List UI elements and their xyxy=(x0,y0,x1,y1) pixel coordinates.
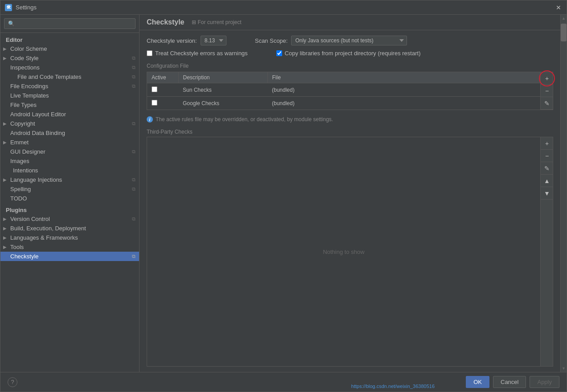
panel-body: Checkstyle version: 8.13 8.12 8.11 Scan … xyxy=(140,30,560,372)
panel-title: Checkstyle xyxy=(147,18,185,26)
right-scrollbar: ▲ ▼ xyxy=(560,15,567,372)
arrow-icon: ▶ xyxy=(3,140,8,145)
remove-button[interactable]: − xyxy=(541,85,553,97)
sidebar-item-label: GUI Designer xyxy=(10,148,45,155)
sidebar-item-build-execution[interactable]: ▶ Build, Execution, Deployment xyxy=(0,224,139,233)
copy-libraries-label: Copy libraries from project directory (r… xyxy=(285,50,421,57)
scroll-up-btn[interactable]: ▲ xyxy=(561,15,567,22)
plugins-section-header: Plugins xyxy=(0,205,139,214)
plus-icon: + xyxy=(545,75,549,82)
sidebar-item-label: File and Code Templates xyxy=(17,74,82,80)
sidebar-item-label: Checkstyle xyxy=(10,253,39,260)
info-text: The active rules file may be overridden,… xyxy=(156,116,333,122)
sidebar-item-label: Languages & Frameworks xyxy=(10,234,78,241)
sidebar-item-android-layout-editor[interactable]: Android Layout Editor xyxy=(0,110,139,119)
sidebar-item-gui-designer[interactable]: GUI Designer ⧉ xyxy=(0,147,139,156)
panel-header: Checkstyle ⊞ For current project xyxy=(140,15,560,30)
copy-icon: ⧉ xyxy=(132,149,136,155)
copy-libraries-checkbox[interactable] xyxy=(276,50,282,56)
config-file-section: Configuration File Active Description Fi… xyxy=(147,61,553,110)
version-group: Checkstyle version: 8.13 8.12 8.11 xyxy=(147,36,226,45)
google-checks-checkbox[interactable] xyxy=(152,100,157,106)
sidebar-item-color-scheme[interactable]: ▶ Color Scheme xyxy=(0,44,139,53)
apply-button[interactable]: Apply xyxy=(530,376,559,388)
scan-scope-label: Scan Scope: xyxy=(255,37,288,44)
sidebar-item-checkstyle[interactable]: Checkstyle ⧉ xyxy=(0,252,139,261)
sidebar-item-label: Version Control xyxy=(10,216,50,222)
treat-errors-label: Treat Checkstyle errors as warnings xyxy=(155,50,248,57)
sidebar-item-language-injections[interactable]: ▶ Language Injections ⧉ xyxy=(0,175,139,184)
sun-checks-checkbox[interactable] xyxy=(152,86,157,92)
sidebar-item-file-types[interactable]: File Types xyxy=(0,100,139,110)
options-row-2: Treat Checkstyle errors as warnings Copy… xyxy=(147,50,553,57)
arrow-icon: ▶ xyxy=(3,235,8,240)
config-table: Active Description File xyxy=(147,72,540,110)
sidebar-item-file-code-templates[interactable]: File and Code Templates ⧉ xyxy=(0,72,139,82)
sidebar-item-inspections[interactable]: Inspections ⧉ xyxy=(0,63,139,72)
third-party-section: Third-Party Checks Nothing to show + − xyxy=(147,129,553,367)
third-party-up-button[interactable]: ▲ xyxy=(541,175,553,187)
row-active xyxy=(147,83,178,97)
sidebar-item-images[interactable]: Images xyxy=(0,156,139,166)
treat-errors-checkbox[interactable] xyxy=(147,50,152,56)
row-file: (bundled) xyxy=(267,83,540,97)
settings-window: 🛠 Settings ✕ Editor ▶ Color Scheme ▶ Cod… xyxy=(0,0,567,392)
third-party-edit-button[interactable]: ✎ xyxy=(541,162,553,175)
edit-button[interactable]: ✎ xyxy=(541,97,553,110)
sidebar-item-live-templates[interactable]: Live Templates xyxy=(0,91,139,100)
bottom-bar: ? https://blog.csdn.net/weixin_36380516 … xyxy=(0,372,567,392)
sidebar-item-version-control[interactable]: ▶ Version Control ⧉ xyxy=(0,214,139,224)
sidebar-item-label: TODO xyxy=(10,195,27,202)
info-text-row: i The active rules file may be overridde… xyxy=(147,116,553,122)
sidebar-item-languages-frameworks[interactable]: ▶ Languages & Frameworks xyxy=(0,233,139,242)
url-text: https://blog.csdn.net/weixin_36380516 xyxy=(351,384,435,389)
minus-icon: − xyxy=(545,87,549,94)
copy-icon: ⧉ xyxy=(132,186,136,192)
arrow-icon: ▶ xyxy=(3,177,8,182)
title-bar: 🛠 Settings ✕ xyxy=(0,0,567,15)
sidebar-item-label: Tools xyxy=(10,244,24,250)
help-button[interactable]: ? xyxy=(8,377,17,387)
sidebar-item-spelling[interactable]: Spelling ⧉ xyxy=(0,184,139,194)
version-select[interactable]: 8.13 8.12 8.11 xyxy=(201,36,226,45)
sidebar: Editor ▶ Color Scheme ▶ Code Style ⧉ Ins… xyxy=(0,15,140,372)
app-icon: 🛠 xyxy=(5,4,12,11)
empty-placeholder: Nothing to show xyxy=(147,137,540,366)
copy-icon: ⧉ xyxy=(132,83,136,89)
third-party-remove-button[interactable]: − xyxy=(541,150,553,162)
down-icon: ▼ xyxy=(544,190,550,197)
third-party-label: Third-Party Checks xyxy=(147,129,553,135)
sidebar-item-android-data-binding[interactable]: Android Data Binding xyxy=(0,128,139,138)
scan-scope-select[interactable]: Only Java sources (but not tests) All Ja… xyxy=(291,36,407,45)
col-header-file: File xyxy=(267,72,540,83)
third-party-actions: + − ✎ ▲ xyxy=(540,137,553,366)
scroll-down-btn[interactable]: ▼ xyxy=(561,365,567,372)
sidebar-item-copyright[interactable]: ▶ Copyright ⧉ xyxy=(0,119,139,128)
sidebar-item-code-style[interactable]: ▶ Code Style ⧉ xyxy=(0,53,139,63)
scan-scope-group: Scan Scope: Only Java sources (but not t… xyxy=(255,36,407,45)
scroll-track xyxy=(561,22,567,365)
close-button[interactable]: ✕ xyxy=(555,4,562,11)
for-current-project-tab[interactable]: ⊞ For current project xyxy=(192,19,242,25)
third-party-add-button[interactable]: + xyxy=(541,137,553,150)
third-party-down-button[interactable]: ▼ xyxy=(541,187,553,200)
up-icon: ▲ xyxy=(544,177,550,184)
arrow-icon: ▶ xyxy=(3,46,8,51)
sidebar-item-file-encodings[interactable]: File Encodings ⧉ xyxy=(0,82,139,91)
sidebar-item-emmet[interactable]: ▶ Emmet xyxy=(0,138,139,147)
ok-button[interactable]: OK xyxy=(466,376,489,388)
sidebar-item-label: Emmet xyxy=(10,139,29,146)
add-button[interactable]: + xyxy=(541,72,553,85)
sidebar-item-intentions[interactable]: Intentions xyxy=(0,166,139,175)
copy-icon: ⧉ xyxy=(132,177,136,183)
info-icon: i xyxy=(147,116,153,122)
copy-icon: ⧉ xyxy=(132,253,136,259)
sidebar-item-tools[interactable]: ▶ Tools xyxy=(0,242,139,252)
edit-icon: ✎ xyxy=(544,100,550,107)
search-input[interactable] xyxy=(4,18,136,29)
copy-icon: ⧉ xyxy=(132,121,136,127)
options-row-1: Checkstyle version: 8.13 8.12 8.11 Scan … xyxy=(147,36,553,45)
right-panel: Checkstyle ⊞ For current project Checkst… xyxy=(140,15,560,372)
cancel-button[interactable]: Cancel xyxy=(493,376,526,388)
sidebar-item-todo[interactable]: TODO xyxy=(0,194,139,203)
